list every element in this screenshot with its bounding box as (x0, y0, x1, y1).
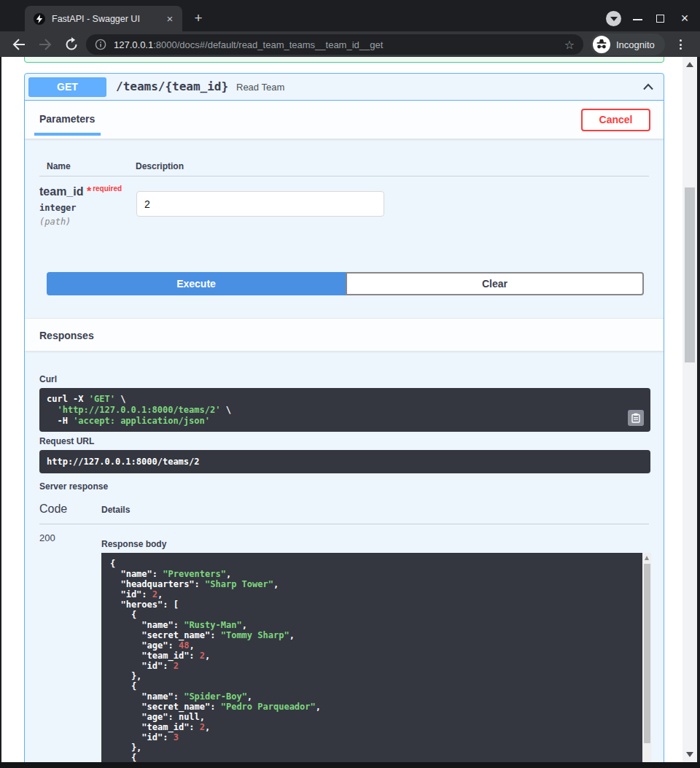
request-url-block: http://127.0.0.1:8000/teams/2 (39, 450, 650, 473)
responses-section-header: Responses (25, 318, 664, 352)
responses-title: Responses (39, 330, 94, 341)
forward-icon[interactable] (37, 36, 53, 53)
tab-parameters[interactable]: Parameters (39, 113, 95, 125)
table-divider (39, 176, 649, 177)
window-close-button[interactable]: × (677, 10, 692, 28)
collapse-chevron-icon[interactable] (642, 83, 654, 90)
browser-menu-icon[interactable] (675, 37, 685, 52)
active-tab-underline (34, 133, 101, 136)
details-column-header: Details (101, 505, 130, 515)
parameters-tab-row: Parameters Cancel (25, 101, 664, 139)
incognito-badge: Incognito (591, 34, 665, 55)
scroll-up-icon[interactable] (645, 556, 649, 560)
response-scrollbar-thumb[interactable] (644, 564, 650, 743)
caret-down-icon (610, 17, 618, 21)
description-column-header: Description (136, 161, 184, 171)
tab-search-button[interactable] (606, 11, 621, 26)
tab-strip: FastAPI - Swagger UI × + × (0, 0, 700, 31)
incognito-icon (593, 36, 610, 53)
url-text[interactable]: 127.0.0.1:8000/docs#/default/read_team_t… (114, 39, 559, 50)
execute-button[interactable]: Execute (47, 272, 346, 295)
browser-window: FastAPI - Swagger UI × + × 127.0.0.1:800… (0, 0, 700, 768)
page-scrollbar-thumb[interactable] (685, 187, 695, 362)
endpoint-path: /teams/{team_id} (116, 79, 228, 93)
response-body-block: { "name": "Preventers", "headquarters": … (101, 553, 651, 762)
scroll-up-icon[interactable] (686, 62, 693, 67)
bookmark-star-icon[interactable]: ☆ (564, 38, 575, 52)
team-id-input[interactable] (136, 191, 384, 217)
window-edge (697, 57, 700, 768)
cancel-button[interactable]: Cancel (581, 109, 650, 131)
window-edge (0, 57, 1, 768)
get-endpoint-block: GET /teams/{team_id} Read Team Parameter… (24, 73, 664, 762)
window-minimize-button[interactable] (633, 19, 642, 20)
status-code: 200 (39, 532, 55, 543)
code-column-header: Code (39, 503, 67, 516)
parameter-name: team_id *required (39, 185, 122, 198)
page-scrollbar[interactable] (682, 57, 697, 762)
page-info-icon[interactable] (95, 39, 106, 50)
reload-icon[interactable] (63, 36, 79, 53)
response-body-label: Response body (101, 539, 166, 549)
endpoint-summary: Read Team (236, 82, 284, 93)
scroll-down-icon[interactable] (686, 752, 693, 757)
method-badge: GET (28, 77, 106, 97)
browser-toolbar: 127.0.0.1:8000/docs#/default/read_team_t… (0, 31, 700, 57)
curl-command-text: curl -X 'GET' \ 'http://127.0.0.1:8000/t… (47, 394, 643, 427)
incognito-label: Incognito (616, 39, 655, 50)
curl-command-block: curl -X 'GET' \ 'http://127.0.0.1:8000/t… (39, 388, 650, 432)
parameter-location: (path) (39, 217, 71, 227)
fastapi-favicon-icon (34, 13, 45, 25)
required-star: * (87, 185, 91, 198)
name-column-header: Name (47, 161, 71, 171)
window-edge (0, 762, 700, 768)
server-response-label: Server response (39, 481, 108, 492)
copy-to-clipboard-button[interactable] (628, 410, 644, 426)
tab-close-icon[interactable]: × (163, 12, 176, 26)
response-scrollbar[interactable] (642, 553, 651, 762)
url-path: :8000/docs#/default/read_team_teams__tea… (153, 39, 383, 50)
browser-tab[interactable]: FastAPI - Swagger UI × (25, 6, 182, 31)
new-tab-button[interactable]: + (190, 9, 207, 27)
clear-button[interactable]: Clear (346, 272, 644, 295)
url-bar[interactable]: 127.0.0.1:8000/docs#/default/read_team_t… (86, 34, 583, 55)
endpoint-header[interactable]: GET /teams/{team_id} Read Team (25, 74, 664, 101)
request-url-label: Request URL (39, 436, 94, 446)
previous-endpoint-block[interactable] (24, 57, 664, 63)
response-body-json: { "name": "Preventers", "headquarters": … (110, 559, 642, 762)
tab-title: FastAPI - Swagger UI (52, 14, 163, 24)
clipboard-icon (631, 413, 640, 423)
swagger-page: GET /teams/{team_id} Read Team Parameter… (1, 57, 697, 762)
curl-label: Curl (39, 374, 57, 384)
required-label: required (93, 185, 122, 193)
window-maximize-button[interactable] (656, 15, 664, 23)
parameter-type: integer (39, 203, 77, 213)
url-host: 127.0.0.1 (114, 39, 153, 50)
back-icon[interactable] (11, 36, 27, 53)
table-divider (39, 524, 649, 524)
